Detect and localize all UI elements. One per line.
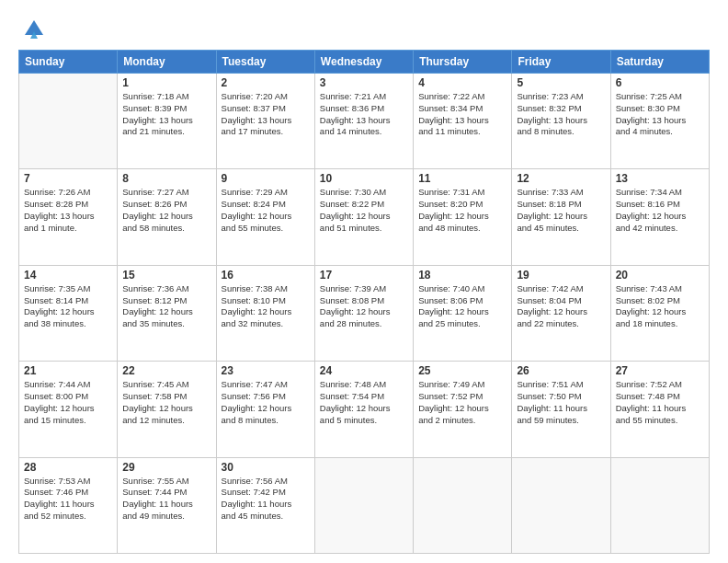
day-number: 5 (517, 76, 605, 89)
day-number: 19 (517, 269, 605, 282)
calendar-cell: 19Sunrise: 7:42 AM Sunset: 8:04 PM Dayli… (512, 265, 610, 361)
day-info: Sunrise: 7:40 AM Sunset: 8:06 PM Dayligh… (418, 283, 506, 330)
calendar-cell (414, 457, 512, 553)
day-number: 9 (222, 172, 310, 185)
logo (18, 17, 47, 42)
day-info: Sunrise: 7:30 AM Sunset: 8:22 PM Dayligh… (320, 187, 408, 234)
calendar-table: SundayMondayTuesdayWednesdayThursdayFrid… (18, 50, 710, 554)
calendar-week-row: 7Sunrise: 7:26 AM Sunset: 8:28 PM Daylig… (19, 169, 710, 265)
day-number: 24 (320, 364, 408, 377)
calendar-cell: 28Sunrise: 7:53 AM Sunset: 7:46 PM Dayli… (19, 457, 118, 553)
calendar-cell: 17Sunrise: 7:39 AM Sunset: 8:08 PM Dayli… (314, 265, 413, 361)
day-number: 18 (418, 269, 506, 282)
header (18, 17, 710, 42)
day-info: Sunrise: 7:23 AM Sunset: 8:32 PM Dayligh… (517, 91, 605, 138)
day-info: Sunrise: 7:26 AM Sunset: 8:28 PM Dayligh… (24, 187, 112, 234)
calendar-cell: 22Sunrise: 7:45 AM Sunset: 7:58 PM Dayli… (118, 362, 216, 457)
day-number: 22 (122, 364, 210, 377)
calendar-cell (610, 457, 709, 553)
day-info: Sunrise: 7:44 AM Sunset: 8:00 PM Dayligh… (24, 379, 112, 426)
calendar-cell: 13Sunrise: 7:34 AM Sunset: 8:16 PM Dayli… (610, 169, 709, 265)
calendar-cell: 12Sunrise: 7:33 AM Sunset: 8:18 PM Dayli… (512, 169, 610, 265)
calendar-cell: 8Sunrise: 7:27 AM Sunset: 8:26 PM Daylig… (118, 169, 216, 265)
calendar-cell: 24Sunrise: 7:48 AM Sunset: 7:54 PM Dayli… (314, 362, 413, 457)
day-info: Sunrise: 7:33 AM Sunset: 8:18 PM Dayligh… (517, 187, 605, 234)
day-number: 16 (222, 269, 310, 282)
day-number: 12 (517, 172, 605, 185)
day-number: 10 (320, 172, 408, 185)
calendar-cell: 21Sunrise: 7:44 AM Sunset: 8:00 PM Dayli… (19, 362, 118, 457)
calendar-cell: 1Sunrise: 7:18 AM Sunset: 8:39 PM Daylig… (118, 74, 216, 169)
day-info: Sunrise: 7:53 AM Sunset: 7:46 PM Dayligh… (24, 476, 112, 523)
calendar-cell: 2Sunrise: 7:20 AM Sunset: 8:37 PM Daylig… (216, 74, 314, 169)
day-info: Sunrise: 7:38 AM Sunset: 8:10 PM Dayligh… (222, 283, 310, 330)
day-number: 21 (24, 364, 112, 377)
weekday-header-monday: Monday (118, 51, 216, 74)
day-number: 11 (418, 172, 506, 185)
day-info: Sunrise: 7:18 AM Sunset: 8:39 PM Dayligh… (122, 91, 210, 138)
day-number: 4 (418, 76, 506, 89)
day-info: Sunrise: 7:43 AM Sunset: 8:02 PM Dayligh… (616, 283, 704, 330)
calendar-cell: 15Sunrise: 7:36 AM Sunset: 8:12 PM Dayli… (118, 265, 216, 361)
day-number: 17 (320, 269, 408, 282)
calendar-cell: 20Sunrise: 7:43 AM Sunset: 8:02 PM Dayli… (610, 265, 709, 361)
calendar-week-row: 14Sunrise: 7:35 AM Sunset: 8:14 PM Dayli… (19, 265, 710, 361)
calendar-cell: 4Sunrise: 7:22 AM Sunset: 8:34 PM Daylig… (414, 74, 512, 169)
calendar-cell: 26Sunrise: 7:51 AM Sunset: 7:50 PM Dayli… (512, 362, 610, 457)
calendar-week-row: 1Sunrise: 7:18 AM Sunset: 8:39 PM Daylig… (19, 74, 710, 169)
day-info: Sunrise: 7:25 AM Sunset: 8:30 PM Dayligh… (616, 91, 704, 138)
weekday-header-tuesday: Tuesday (216, 51, 314, 74)
day-info: Sunrise: 7:51 AM Sunset: 7:50 PM Dayligh… (517, 379, 605, 426)
day-info: Sunrise: 7:36 AM Sunset: 8:12 PM Dayligh… (122, 283, 210, 330)
calendar-cell: 23Sunrise: 7:47 AM Sunset: 7:56 PM Dayli… (216, 362, 314, 457)
calendar-cell: 10Sunrise: 7:30 AM Sunset: 8:22 PM Dayli… (314, 169, 413, 265)
calendar-cell: 16Sunrise: 7:38 AM Sunset: 8:10 PM Dayli… (216, 265, 314, 361)
weekday-header-sunday: Sunday (19, 51, 118, 74)
day-info: Sunrise: 7:20 AM Sunset: 8:37 PM Dayligh… (222, 91, 310, 138)
calendar-cell: 5Sunrise: 7:23 AM Sunset: 8:32 PM Daylig… (512, 74, 610, 169)
day-info: Sunrise: 7:45 AM Sunset: 7:58 PM Dayligh… (122, 379, 210, 426)
calendar-cell (512, 457, 610, 553)
day-number: 29 (122, 461, 210, 474)
calendar-cell: 29Sunrise: 7:55 AM Sunset: 7:44 PM Dayli… (118, 457, 216, 553)
calendar-cell: 3Sunrise: 7:21 AM Sunset: 8:36 PM Daylig… (314, 74, 413, 169)
day-info: Sunrise: 7:27 AM Sunset: 8:26 PM Dayligh… (122, 187, 210, 234)
day-number: 3 (320, 76, 408, 89)
day-info: Sunrise: 7:48 AM Sunset: 7:54 PM Dayligh… (320, 379, 408, 426)
day-number: 25 (418, 364, 506, 377)
day-number: 20 (616, 269, 704, 282)
calendar-cell: 11Sunrise: 7:31 AM Sunset: 8:20 PM Dayli… (414, 169, 512, 265)
weekday-header-saturday: Saturday (610, 51, 709, 74)
calendar-cell: 27Sunrise: 7:52 AM Sunset: 7:48 PM Dayli… (610, 362, 709, 457)
day-info: Sunrise: 7:42 AM Sunset: 8:04 PM Dayligh… (517, 283, 605, 330)
day-number: 23 (222, 364, 310, 377)
day-info: Sunrise: 7:22 AM Sunset: 8:34 PM Dayligh… (418, 91, 506, 138)
weekday-header-thursday: Thursday (414, 51, 512, 74)
day-info: Sunrise: 7:55 AM Sunset: 7:44 PM Dayligh… (122, 476, 210, 523)
day-number: 27 (616, 364, 704, 377)
day-info: Sunrise: 7:47 AM Sunset: 7:56 PM Dayligh… (222, 379, 310, 426)
calendar-week-row: 28Sunrise: 7:53 AM Sunset: 7:46 PM Dayli… (19, 457, 710, 553)
day-number: 6 (616, 76, 704, 89)
day-number: 26 (517, 364, 605, 377)
day-info: Sunrise: 7:35 AM Sunset: 8:14 PM Dayligh… (24, 283, 112, 330)
calendar-cell: 30Sunrise: 7:56 AM Sunset: 7:42 PM Dayli… (216, 457, 314, 553)
weekday-header-wednesday: Wednesday (314, 51, 413, 74)
day-number: 15 (122, 269, 210, 282)
day-number: 1 (122, 76, 210, 89)
page: SundayMondayTuesdayWednesdayThursdayFrid… (0, 0, 728, 563)
day-number: 7 (24, 172, 112, 185)
day-info: Sunrise: 7:34 AM Sunset: 8:16 PM Dayligh… (616, 187, 704, 234)
day-info: Sunrise: 7:31 AM Sunset: 8:20 PM Dayligh… (418, 187, 506, 234)
day-info: Sunrise: 7:49 AM Sunset: 7:52 PM Dayligh… (418, 379, 506, 426)
day-number: 8 (122, 172, 210, 185)
day-number: 14 (24, 269, 112, 282)
day-number: 30 (222, 461, 310, 474)
calendar-cell: 14Sunrise: 7:35 AM Sunset: 8:14 PM Dayli… (19, 265, 118, 361)
day-number: 28 (24, 461, 112, 474)
logo-icon (21, 17, 47, 42)
day-info: Sunrise: 7:56 AM Sunset: 7:42 PM Dayligh… (222, 476, 310, 523)
day-number: 13 (616, 172, 704, 185)
day-info: Sunrise: 7:52 AM Sunset: 7:48 PM Dayligh… (616, 379, 704, 426)
calendar-cell (314, 457, 413, 553)
